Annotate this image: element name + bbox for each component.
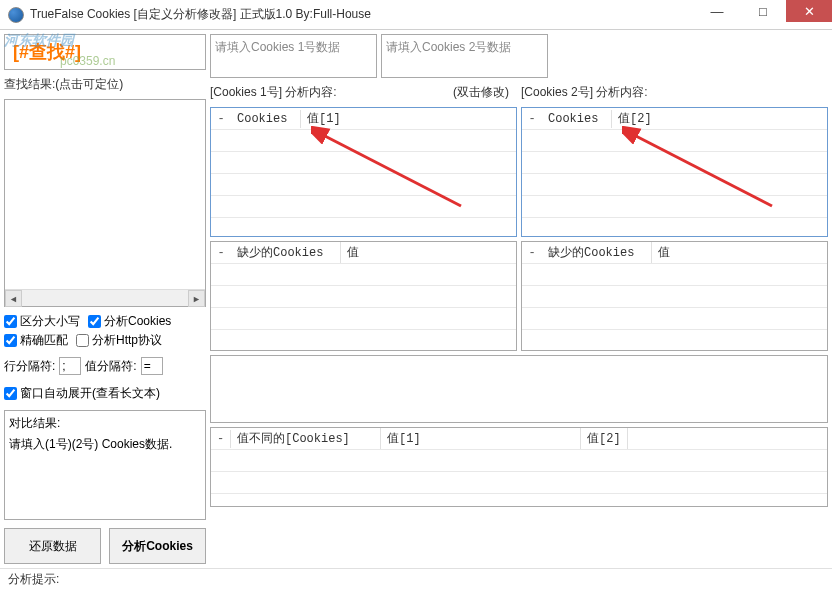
window-title: TrueFalse Cookies [自定义分析修改器] 正式版1.0 By:F… bbox=[30, 6, 371, 23]
val-sep-input[interactable] bbox=[141, 357, 163, 375]
input-row bbox=[210, 34, 828, 78]
analyze-button[interactable]: 分析Cookies bbox=[109, 528, 206, 564]
grid-header-row: - 缺少的Cookies 值 bbox=[522, 242, 827, 264]
table-row[interactable] bbox=[211, 472, 827, 494]
window-controls: — □ ✕ bbox=[694, 0, 832, 22]
label1-text: [Cookies 1号] 分析内容: bbox=[210, 84, 337, 101]
table-row[interactable] bbox=[211, 308, 516, 330]
col-cookies: Cookies bbox=[231, 110, 301, 128]
analysis-grid-row: - Cookies 值[1] - Cookies 值[2] bbox=[210, 107, 828, 237]
cookies1-input[interactable] bbox=[210, 34, 377, 78]
expand-icon[interactable]: - bbox=[211, 430, 231, 448]
case-sensitive-checkbox[interactable]: 区分大小写 bbox=[4, 313, 80, 330]
missing-grid-row: - 缺少的Cookies 值 - 缺少的Cookies 值 bbox=[210, 241, 828, 351]
restore-button[interactable]: 还原数据 bbox=[4, 528, 101, 564]
table-row[interactable] bbox=[211, 152, 516, 174]
diff-text-area[interactable] bbox=[210, 355, 828, 423]
exact-match-checkbox[interactable]: 精确匹配 bbox=[4, 332, 68, 349]
cookies-label: 分析Cookies bbox=[104, 313, 171, 330]
expand-icon[interactable]: - bbox=[522, 244, 542, 262]
table-row[interactable] bbox=[522, 308, 827, 330]
search-results-list[interactable]: ◄ ► bbox=[4, 99, 206, 307]
maximize-button[interactable]: □ bbox=[740, 0, 786, 22]
col-missing: 缺少的Cookies bbox=[231, 242, 341, 263]
compare-results-box: 对比结果: 请填入(1号)(2号) Cookies数据. bbox=[4, 410, 206, 520]
table-row[interactable] bbox=[522, 196, 827, 218]
table-row[interactable] bbox=[522, 174, 827, 196]
col-missing: 缺少的Cookies bbox=[542, 242, 652, 263]
results-label: 查找结果:(点击可定位) bbox=[4, 74, 206, 95]
close-button[interactable]: ✕ bbox=[786, 0, 832, 22]
table-row[interactable] bbox=[211, 264, 516, 286]
table-row[interactable] bbox=[211, 450, 827, 472]
col-value1: 值[1] bbox=[301, 108, 347, 129]
cookies2-analysis-label: [Cookies 2号] 分析内容: bbox=[521, 82, 828, 103]
scroll-track[interactable] bbox=[22, 290, 188, 306]
grid-header-row: - Cookies 值[1] bbox=[211, 108, 516, 130]
table-row[interactable] bbox=[522, 130, 827, 152]
grid-header-row: - Cookies 值[2] bbox=[522, 108, 827, 130]
status-bar: 分析提示: bbox=[0, 568, 832, 590]
cookies1-analysis-label: [Cookies 1号] 分析内容: (双击修改) bbox=[210, 82, 517, 103]
table-row[interactable] bbox=[211, 174, 516, 196]
title-bar: TrueFalse Cookies [自定义分析修改器] 正式版1.0 By:F… bbox=[0, 0, 832, 30]
col-diff-cookies: 值不同的[Cookies] bbox=[231, 428, 381, 449]
val-sep-label: 值分隔符: bbox=[85, 358, 136, 375]
grid-header-row: - 值不同的[Cookies] 值[1] 值[2] bbox=[211, 428, 827, 450]
analysis-label-row: [Cookies 1号] 分析内容: (双击修改) [Cookies 2号] 分… bbox=[210, 82, 828, 103]
missing2-grid[interactable]: - 缺少的Cookies 值 bbox=[521, 241, 828, 351]
table-row[interactable] bbox=[211, 130, 516, 152]
auto-expand-checkbox[interactable]: 窗口自动展开(查看长文本) bbox=[4, 381, 206, 406]
row-sep-label: 行分隔符: bbox=[4, 358, 55, 375]
options-group: 区分大小写 分析Cookies 精确匹配 分析Http协议 bbox=[4, 311, 206, 351]
case-label: 区分大小写 bbox=[20, 313, 80, 330]
button-row: 还原数据 分析Cookies bbox=[4, 528, 206, 564]
autoexpand-label: 窗口自动展开(查看长文本) bbox=[20, 385, 160, 402]
table-row[interactable] bbox=[522, 152, 827, 174]
diff-grid[interactable]: - 值不同的[Cookies] 值[1] 值[2] bbox=[210, 427, 828, 507]
col-value: 值 bbox=[652, 242, 676, 263]
expand-icon[interactable]: - bbox=[211, 110, 231, 128]
expand-icon[interactable]: - bbox=[211, 244, 231, 262]
table-row[interactable] bbox=[211, 286, 516, 308]
cookies2-grid[interactable]: - Cookies 值[2] bbox=[521, 107, 828, 237]
app-icon bbox=[8, 7, 24, 23]
analyze-http-checkbox[interactable]: 分析Http协议 bbox=[76, 332, 162, 349]
scroll-left-icon[interactable]: ◄ bbox=[5, 290, 22, 307]
row-sep-input[interactable] bbox=[59, 357, 81, 375]
main-content: [#查找#] 查找结果:(点击可定位) ◄ ► 区分大小写 分析Cookies … bbox=[0, 30, 832, 568]
col-diff-val2: 值[2] bbox=[581, 428, 628, 449]
table-row[interactable] bbox=[211, 196, 516, 218]
col-value2: 值[2] bbox=[612, 108, 658, 129]
left-column: [#查找#] 查找结果:(点击可定位) ◄ ► 区分大小写 分析Cookies … bbox=[4, 34, 206, 564]
cookies1-grid[interactable]: - Cookies 值[1] bbox=[210, 107, 517, 237]
separator-row: 行分隔符: 值分隔符: bbox=[4, 355, 206, 377]
grid-header-row: - 缺少的Cookies 值 bbox=[211, 242, 516, 264]
search-input[interactable]: [#查找#] bbox=[4, 34, 206, 70]
scroll-right-icon[interactable]: ► bbox=[188, 290, 205, 307]
table-row[interactable] bbox=[522, 264, 827, 286]
missing1-grid[interactable]: - 缺少的Cookies 值 bbox=[210, 241, 517, 351]
compare-label: 对比结果: bbox=[9, 415, 201, 432]
right-column: [Cookies 1号] 分析内容: (双击修改) [Cookies 2号] 分… bbox=[210, 34, 828, 564]
label1-hint: (双击修改) bbox=[453, 84, 517, 101]
expand-icon[interactable]: - bbox=[522, 110, 542, 128]
exact-label: 精确匹配 bbox=[20, 332, 68, 349]
col-value: 值 bbox=[341, 242, 365, 263]
compare-message: 请填入(1号)(2号) Cookies数据. bbox=[9, 436, 201, 453]
minimize-button[interactable]: — bbox=[694, 0, 740, 22]
analyze-cookies-checkbox[interactable]: 分析Cookies bbox=[88, 313, 171, 330]
horizontal-scrollbar[interactable]: ◄ ► bbox=[5, 289, 205, 306]
col-cookies: Cookies bbox=[542, 110, 612, 128]
cookies2-input[interactable] bbox=[381, 34, 548, 78]
table-row[interactable] bbox=[522, 286, 827, 308]
http-label: 分析Http协议 bbox=[92, 332, 162, 349]
col-diff-val1: 值[1] bbox=[381, 428, 581, 449]
